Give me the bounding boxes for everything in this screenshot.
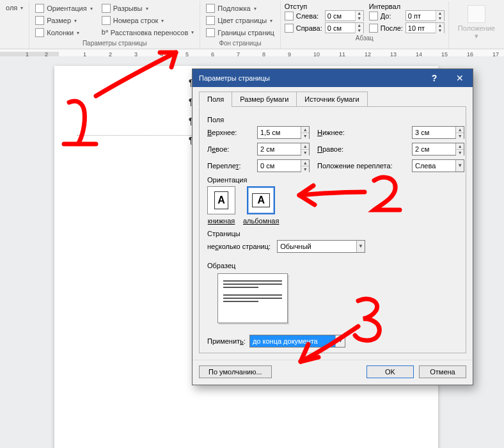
multi-pages-select[interactable]: ▼ [277,240,365,253]
ribbon-position[interactable]: Положение ▾ [453,3,500,43]
margin-bottom-label: Нижнее: [317,129,407,136]
ribbon-size[interactable]: Размер▾ [33,15,94,26]
ribbon-group-label-paragraph: Абзац [285,33,445,44]
size-icon [35,16,44,25]
preview-thumbnail [217,273,288,323]
ribbon-group-page-setup-2: Ориентация▾ Размер▾ Колонки▾ Разрывы▾ Но… [29,1,200,49]
multi-pages-label: несколько страниц: [207,243,271,250]
ribbon-breaks[interactable]: Разрывы▾ [100,3,196,14]
cancel-button[interactable]: Отмена [419,365,466,378]
spacing-before-icon [369,12,378,20]
breaks-icon [102,4,111,13]
indent-left-input[interactable]: ▲▼ [325,10,364,21]
margin-left-input[interactable]: ▲▼ [257,143,310,156]
ribbon-group-label-page-setup: Параметры страницы [33,38,196,49]
ribbon-group-label-page-bg: Фон страницы [204,38,276,49]
gutter-input[interactable]: ▲▼ [257,159,310,172]
apply-to-label: Применить: [207,337,246,345]
apply-to-select[interactable]: ▼ [249,335,345,348]
ribbon-hyphenation[interactable]: bᵃРасстановка переносов▾ [100,27,196,38]
spacing-after-input[interactable]: ▲▼ [406,22,445,33]
ribbon: оля▾ Ориентация▾ Размер▾ Колонки▾ Разрыв… [0,0,504,49]
portrait-icon: A [214,191,228,209]
ribbon-orientation[interactable]: Ориентация▾ [33,3,94,14]
ribbon-page-color[interactable]: Цвет страницы▾ [204,15,276,26]
indent-right-icon [285,24,294,33]
pages-group-label: Страницы [207,230,458,237]
dialog-title: Параметры страницы [199,74,421,82]
ribbon-group-position: Положение ▾ [449,1,504,49]
gutter-label: Переплет: [207,162,252,170]
margin-top-label: ВВерхнее:ерхнее: [207,129,252,136]
ribbon-fields[interactable]: оля▾ [4,3,25,13]
ribbon-page-borders[interactable]: Границы страниц [204,27,276,38]
spacing-before-label: До: [381,12,403,20]
orientation-icon [35,4,44,13]
margin-right-label: Правое: [317,145,407,153]
margins-group-label: Поля [207,116,458,124]
spacing-after-icon [369,24,378,33]
ok-button[interactable]: OK [366,365,414,378]
indent-right-input[interactable]: ▲▼ [325,22,364,33]
indent-left-label: Слева: [296,12,322,20]
margin-left-label: Левое: [207,145,252,153]
preview-group-label: Образец [207,262,458,269]
help-button[interactable]: ? [421,69,447,87]
orientation-portrait[interactable]: A книжная [207,186,235,225]
watermark-icon [206,4,215,13]
spacing-header: Интервал [369,3,445,10]
landscape-icon: A [252,193,270,207]
orientation-group-label: Ориентация [207,176,458,184]
ribbon-group-paragraph: Отступ Слева: ▲▼ Справа: ▲▼ Интервал До: [281,1,449,49]
page-borders-icon [206,28,215,37]
page-setup-dialog: Параметры страницы ? ✕ Поля Размер бумаг… [192,68,473,385]
page-color-icon [206,16,215,25]
ribbon-columns[interactable]: Колонки▾ [33,27,94,38]
tab-paper-source[interactable]: Источник бумаги [296,92,367,107]
spacing-after-label: После: [381,24,403,32]
tab-fields[interactable]: Поля [199,92,232,107]
indent-header: Отступ [285,3,364,10]
dialog-titlebar[interactable]: Параметры страницы ? ✕ [193,69,473,87]
ribbon-line-numbers[interactable]: Номера строк▾ [100,15,196,26]
tab-panel-fields: Поля ВВерхнее:ерхнее: ▲▼ Нижнее: ▲▼ Лево… [199,106,466,353]
ribbon-watermark[interactable]: Подложка▾ [204,3,276,14]
line-numbers-icon [102,16,111,25]
gutter-pos-select[interactable]: ▼ [412,159,464,172]
margin-right-input[interactable]: ▲▼ [412,143,464,156]
margin-bottom-input[interactable]: ▲▼ [412,126,464,139]
gutter-pos-label: Положение переплета: [317,162,407,170]
default-button[interactable]: По умолчанию... [199,365,272,378]
spacing-before-input[interactable]: ▲▼ [406,10,445,21]
dialog-tabs: Поля Размер бумаги Источник бумаги [199,91,466,106]
position-icon [468,5,485,23]
indent-left-icon [285,12,294,20]
indent-right-label: Справа: [296,24,322,32]
columns-icon [35,28,44,37]
close-button[interactable]: ✕ [447,69,473,87]
ribbon-group-page-setup: оля▾ [0,1,29,49]
ribbon-group-page-background: Подложка▾ Цвет страницы▾ Границы страниц… [200,1,280,49]
tab-paper-size[interactable]: Размер бумаги [232,92,297,107]
orientation-landscape[interactable]: A альбомная [243,186,279,225]
margin-top-input[interactable]: ▲▼ [257,126,310,139]
